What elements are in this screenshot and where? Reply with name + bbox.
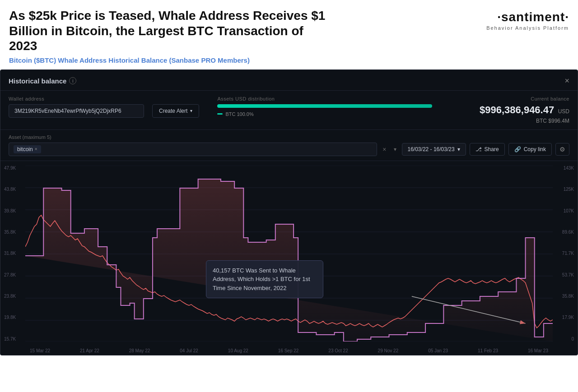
tooltip-text: 40,157 BTC Was Sent to Whale Address, Wh…	[213, 267, 310, 291]
chart-tooltip: 40,157 BTC Was Sent to Whale Address, Wh…	[206, 260, 323, 299]
x-label-5: 16 Sep 22	[278, 348, 299, 353]
y-left-2: 39.8K	[4, 208, 22, 213]
link-icon: 🔗	[514, 146, 521, 152]
asset-chevron-icon[interactable]: ▾	[392, 146, 398, 152]
x-label-1: 21 Apr 22	[80, 348, 99, 353]
balance-label: Current balance	[479, 96, 569, 101]
y-right-3: 89.6K	[556, 230, 574, 235]
wallet-section: Wallet address Create Alert ▾	[9, 96, 199, 118]
y-right-8: 0	[556, 337, 574, 341]
create-alert-button[interactable]: Create Alert ▾	[152, 104, 199, 118]
x-axis: 15 Mar 22 21 Apr 22 28 May 22 04 Jul 22 …	[25, 341, 553, 355]
balance-section: Current balance $996,386,946.47 USD BTC …	[479, 96, 569, 124]
x-label-2: 28 May 22	[129, 348, 150, 353]
copy-label: Copy link	[524, 146, 546, 152]
y-right-5: 53.7K	[556, 272, 574, 277]
y-axis-left: 47.9K 43.8K 39.8K 35.8K 31.8K 27.8K 23.8…	[0, 161, 25, 341]
x-label-0: 15 Mar 22	[30, 348, 50, 353]
asset-tag-label: bitcoin	[17, 146, 33, 152]
distribution-bar	[217, 104, 432, 108]
balance-value-row: $996,386,946.47 USD	[479, 104, 569, 116]
y-right-4: 71.7K	[556, 251, 574, 256]
wallet-input[interactable]	[9, 104, 144, 118]
x-label-7: 29 Nov 22	[378, 348, 399, 353]
balance-currency: USD	[558, 108, 569, 115]
wallet-row: Wallet address Create Alert ▾ Assets USD…	[0, 91, 578, 130]
settings-button[interactable]: ⚙	[555, 143, 569, 156]
asset-input-container[interactable]: bitcoin ×	[9, 143, 377, 156]
x-label-4: 10 Aug 22	[228, 348, 248, 353]
distribution-section: Assets USD distribution BTC 100.0%	[208, 96, 470, 117]
share-icon: ⎇	[475, 146, 482, 152]
chevron-down-icon: ▾	[190, 108, 192, 113]
page-header: As $25k Price is Teased, Whale Address R…	[0, 0, 578, 69]
chart-area: 47.9K 43.8K 39.8K 35.8K 31.8K 27.8K 23.8…	[0, 161, 578, 355]
btc-balance: BTC $996.4M	[479, 118, 569, 124]
y-left-6: 23.8K	[4, 294, 22, 299]
share-button[interactable]: ⎇ Share	[470, 143, 505, 156]
x-label-3: 04 Jul 22	[180, 348, 198, 353]
y-right-1: 125K	[556, 187, 574, 192]
asset-row: Asset (maximum 5) bitcoin × × ▾ 16/03/22…	[0, 130, 578, 161]
x-label-6: 23 Oct 22	[328, 348, 348, 353]
date-range-chevron-icon: ▾	[457, 146, 460, 152]
close-icon[interactable]: ×	[564, 76, 569, 86]
chart-svg	[25, 166, 553, 341]
y-right-7: 17.9K	[556, 315, 574, 320]
wallet-label: Wallet address	[9, 96, 199, 101]
create-alert-label: Create Alert	[159, 108, 187, 114]
x-label-8: 05 Jan 23	[428, 348, 448, 353]
chart-svg-container: 40,157 BTC Was Sent to Whale Address, Wh…	[25, 166, 553, 341]
y-left-8: 15.7K	[4, 337, 22, 341]
distribution-label: Assets USD distribution	[217, 96, 470, 101]
settings-icon: ⚙	[559, 146, 565, 153]
date-range-button[interactable]: 16/03/22 - 16/03/23 ▾	[402, 143, 466, 156]
btc-dot	[217, 113, 223, 115]
asset-label: Asset (maximum 5)	[9, 134, 569, 140]
distribution-bar-container: BTC 100.0%	[217, 104, 470, 117]
asset-clear-icon[interactable]: ×	[381, 146, 388, 153]
date-range-label: 16/03/22 - 16/03/23	[408, 146, 455, 152]
share-label: Share	[485, 146, 499, 152]
y-right-0: 143K	[556, 166, 574, 171]
y-left-5: 27.8K	[4, 272, 22, 277]
distribution-btc-label: BTC 100.0%	[217, 111, 470, 117]
copy-link-button[interactable]: 🔗 Copy link	[508, 143, 552, 156]
panel-title: Historical balance	[9, 77, 66, 85]
x-label-9: 11 Feb 23	[478, 348, 498, 353]
y-left-3: 35.8K	[4, 230, 22, 235]
logo-sub: Behavior Analysis Platform	[486, 25, 569, 31]
y-left-0: 47.9K	[4, 166, 22, 171]
btc-percentage: BTC 100.0%	[225, 111, 253, 117]
asset-tag-close-icon[interactable]: ×	[35, 147, 37, 152]
y-left-4: 31.8K	[4, 251, 22, 256]
panel-header: Historical balance i ×	[0, 70, 578, 91]
sub-title: Bitcoin ($BTC) Whale Address Historical …	[9, 56, 486, 64]
asset-controls: bitcoin × × ▾ 16/03/22 - 16/03/23 ▾ ⎇ Sh…	[9, 143, 569, 156]
y-left-7: 19.8K	[4, 315, 22, 320]
info-icon[interactable]: i	[69, 77, 76, 84]
y-left-1: 43.8K	[4, 187, 22, 192]
logo-text: ·santiment·	[486, 10, 569, 24]
y-right-2: 107K	[556, 208, 574, 213]
logo-area: ·santiment· Behavior Analysis Platform	[486, 8, 569, 31]
header-left: As $25k Price is Teased, Whale Address R…	[9, 8, 486, 64]
y-right-6: 35.8K	[556, 294, 574, 299]
chart-panel: Historical balance i × Wallet address Cr…	[0, 69, 578, 355]
y-axis-right: 143K 125K 107K 89.6K 71.7K 53.7K 35.8K 1…	[553, 161, 578, 341]
balance-value: $996,386,946.47	[480, 104, 554, 115]
main-title: As $25k Price is Teased, Whale Address R…	[9, 8, 334, 54]
asset-tag: bitcoin ×	[14, 145, 41, 153]
x-label-10: 16 Mar 23	[528, 348, 548, 353]
